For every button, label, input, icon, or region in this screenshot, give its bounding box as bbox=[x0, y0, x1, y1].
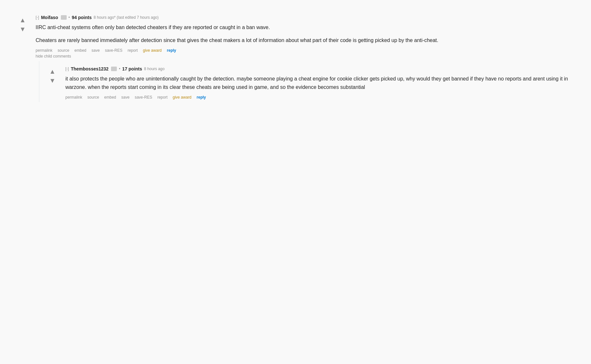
child-vote-column: ▲ ▼ bbox=[43, 67, 62, 85]
upvote-button[interactable]: ▲ bbox=[18, 16, 27, 25]
permalink-link[interactable]: permalink bbox=[36, 48, 52, 53]
comment-actions: permalink source embed save save-RES rep… bbox=[36, 48, 578, 53]
report-link[interactable]: report bbox=[128, 48, 138, 53]
comment-content: [-] Moifaso • 94 points 8 hours ago* (la… bbox=[36, 15, 578, 59]
save-link[interactable]: save bbox=[92, 48, 100, 53]
comment-paragraph-1: IIRC anti-cheat systems often only ban d… bbox=[36, 23, 578, 32]
comment-header: [-] Moifaso • 94 points 8 hours ago* (la… bbox=[36, 15, 578, 20]
child-upvote-button[interactable]: ▲ bbox=[48, 67, 57, 76]
child-comment-item: ▲ ▼ [-] Thembosses1232 • 17 points 8 hou… bbox=[43, 61, 578, 102]
child-give-award-link[interactable]: give award bbox=[173, 95, 192, 100]
collapse-button[interactable]: [-] bbox=[36, 15, 39, 20]
comment-body: IIRC anti-cheat systems often only ban d… bbox=[36, 23, 578, 44]
reply-link[interactable]: reply bbox=[167, 48, 176, 53]
page-wrapper: ▲ ▼ [-] Moifaso • 94 points 8 hours ago*… bbox=[0, 0, 591, 364]
downvote-button[interactable]: ▼ bbox=[18, 25, 27, 34]
child-comment-author[interactable]: Thembosses1232 bbox=[71, 66, 109, 71]
give-award-link[interactable]: give award bbox=[143, 48, 162, 53]
save-res-link[interactable]: save-RES bbox=[105, 48, 122, 53]
child-comment-section: ▲ ▼ [-] Thembosses1232 • 17 points 8 hou… bbox=[39, 61, 578, 102]
comment-item: ▲ ▼ [-] Moifaso • 94 points 8 hours ago*… bbox=[13, 10, 578, 61]
comment-timestamp: 8 hours ago* (last edited 7 hours ago) bbox=[94, 15, 159, 20]
child-embed-link[interactable]: embed bbox=[104, 95, 116, 100]
child-comment-content: [-] Thembosses1232 • 17 points 8 hours a… bbox=[65, 66, 578, 100]
separator: • bbox=[69, 15, 70, 20]
vote-column: ▲ ▼ bbox=[13, 16, 32, 34]
child-separator: • bbox=[119, 67, 120, 71]
child-permalink-link[interactable]: permalink bbox=[65, 95, 82, 100]
child-comment-timestamp: 8 hours ago bbox=[144, 67, 164, 71]
user-icon bbox=[61, 15, 67, 20]
child-report-link[interactable]: report bbox=[157, 95, 167, 100]
comment-points: 94 points bbox=[72, 15, 92, 20]
child-save-res-link[interactable]: save-RES bbox=[135, 95, 152, 100]
source-link[interactable]: source bbox=[58, 48, 69, 53]
child-comment-paragraph-1: it also protects the people who are unin… bbox=[65, 75, 578, 91]
child-save-link[interactable]: save bbox=[121, 95, 129, 100]
embed-link[interactable]: embed bbox=[74, 48, 86, 53]
child-user-icon bbox=[111, 67, 117, 71]
child-comment-actions: permalink source embed save save-RES rep… bbox=[65, 95, 578, 100]
child-comment-header: [-] Thembosses1232 • 17 points 8 hours a… bbox=[65, 66, 578, 71]
comment-thread: ▲ ▼ [-] Moifaso • 94 points 8 hours ago*… bbox=[13, 6, 578, 105]
hide-child-comments-link[interactable]: hide child comments bbox=[36, 54, 573, 59]
child-comment-body: it also protects the people who are unin… bbox=[65, 75, 578, 91]
child-collapse-button[interactable]: [-] bbox=[65, 67, 69, 71]
child-downvote-button[interactable]: ▼ bbox=[48, 76, 57, 85]
child-reply-link[interactable]: reply bbox=[197, 95, 206, 100]
child-comment-points: 17 points bbox=[122, 66, 142, 71]
comment-paragraph-2: Cheaters are rarely banned immediately a… bbox=[36, 36, 578, 45]
comment-author[interactable]: Moifaso bbox=[41, 15, 58, 20]
child-source-link[interactable]: source bbox=[87, 95, 99, 100]
